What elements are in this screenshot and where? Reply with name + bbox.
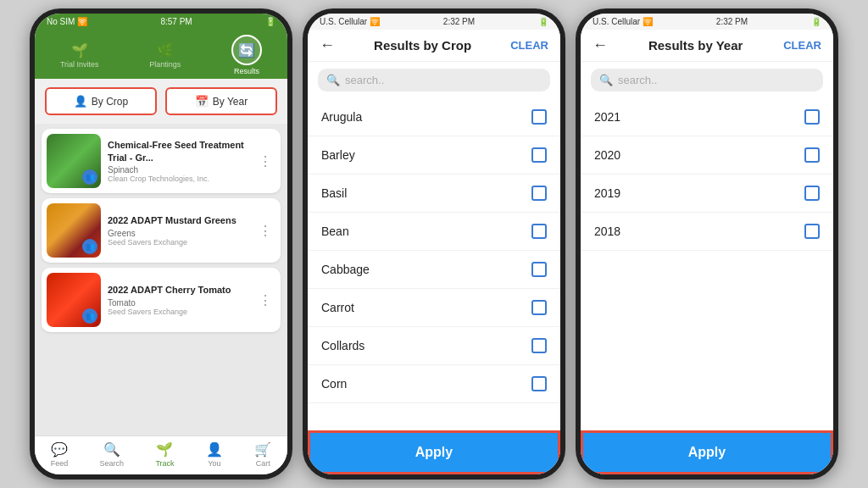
status-battery: 🔋: [265, 17, 275, 26]
back-button-year[interactable]: ←: [593, 36, 608, 54]
crop-item-checkbox[interactable]: [531, 109, 547, 125]
year-search-bar[interactable]: 🔍 search..: [591, 69, 823, 92]
crop-filter-item[interactable]: Basil: [308, 175, 560, 213]
crop-item-label: Barley: [321, 148, 355, 162]
trial-image-mustard: 👥: [47, 203, 101, 258]
tab-track[interactable]: 🌱 Track: [155, 441, 174, 468]
year-apply-button[interactable]: Apply: [581, 430, 833, 474]
by-crop-button[interactable]: 👤 By Crop: [45, 87, 157, 115]
trial-crop-3: Tomato: [108, 298, 248, 308]
trial-list: 👥 Chemical-Free Seed Treatment Trial - G…: [35, 124, 287, 435]
status-battery-3: 🔋: [811, 17, 821, 26]
clear-button-crop[interactable]: CLEAR: [510, 39, 548, 52]
status-time: 8:57 PM: [160, 17, 192, 26]
trial-user-badge-3: 👥: [82, 308, 97, 324]
more-options-3[interactable]: ⋮: [255, 292, 275, 308]
year-filter-item[interactable]: 2019: [581, 175, 833, 213]
crop-icon: 👤: [74, 95, 87, 108]
crop-filter-item[interactable]: Bean: [308, 213, 560, 251]
trial-org-2: Seed Savers Exchange: [108, 238, 248, 247]
year-item-checkbox[interactable]: [804, 224, 820, 239]
status-time-2: 2:32 PM: [443, 17, 475, 26]
crop-search-bar[interactable]: 🔍 search..: [318, 69, 550, 92]
trial-card-3[interactable]: 👥 2022 ADAPT Cherry Tomato Tomato Seed S…: [42, 268, 281, 332]
year-item-checkbox[interactable]: [804, 186, 820, 201]
tab-cart-label: Cart: [256, 459, 270, 468]
nav-results-label: Results: [234, 67, 259, 75]
nav-results[interactable]: 🔄 Results: [231, 35, 262, 75]
crop-item-checkbox[interactable]: [531, 376, 547, 391]
more-options-1[interactable]: ⋮: [255, 153, 275, 169]
nav-trial-invites[interactable]: 🌱 Trial Invites: [60, 42, 99, 69]
trial-crop-2: Greens: [108, 229, 248, 238]
crop-item-checkbox[interactable]: [531, 224, 547, 239]
year-filter-item[interactable]: 2021: [581, 98, 833, 136]
crop-item-checkbox[interactable]: [531, 300, 547, 315]
tab-feed[interactable]: 💬 Feed: [51, 441, 69, 468]
year-filter-item[interactable]: 2020: [581, 136, 833, 175]
trial-info-1: Chemical-Free Seed Treatment Trial - Gr.…: [108, 139, 248, 183]
status-time-3: 2:32 PM: [716, 17, 748, 26]
trial-user-badge-1: 👥: [82, 169, 97, 185]
track-icon: 🌱: [156, 441, 173, 458]
filter-title-year: Results by Year: [648, 38, 743, 53]
crop-item-label: Collards: [321, 339, 364, 352]
trial-card-1[interactable]: 👥 Chemical-Free Seed Treatment Trial - G…: [42, 129, 281, 193]
tab-search-label: Search: [100, 459, 125, 468]
plantings-icon: 🌿: [157, 42, 174, 58]
more-options-2[interactable]: ⋮: [255, 223, 275, 239]
crop-filter-item[interactable]: Barley: [308, 136, 560, 175]
trial-image-tomato: 👥: [47, 273, 101, 327]
tab-search[interactable]: 🔍 Search: [100, 441, 125, 468]
tab-you-label: You: [208, 459, 220, 468]
crop-apply-button[interactable]: Apply: [308, 430, 560, 474]
crop-item-checkbox[interactable]: [531, 147, 547, 163]
crop-filter-item[interactable]: Collards: [308, 327, 560, 365]
year-item-label: 2020: [594, 148, 620, 162]
crop-item-checkbox[interactable]: [531, 262, 547, 277]
tab-track-label: Track: [155, 459, 174, 468]
crop-filter-item[interactable]: Cabbage: [308, 251, 560, 289]
results-icon-circle: 🔄: [231, 35, 262, 65]
crop-filter-item[interactable]: Carrot: [308, 289, 560, 327]
filter-header-year: ← Results by Year CLEAR: [581, 30, 833, 62]
tab-you[interactable]: 👤 You: [206, 441, 223, 468]
crop-item-label: Arugula: [321, 110, 362, 124]
crop-item-checkbox[interactable]: [531, 338, 547, 353]
status-bar-3: U.S. Cellular 🛜 2:32 PM 🔋: [581, 14, 833, 30]
year-item-checkbox[interactable]: [804, 147, 820, 163]
crop-item-label: Basil: [321, 186, 347, 200]
cart-icon: 🛒: [254, 441, 271, 458]
trial-card-2[interactable]: 👥 2022 ADAPT Mustard Greens Greens Seed …: [42, 198, 281, 263]
status-carrier-3: U.S. Cellular 🛜: [593, 17, 653, 26]
status-bar-1: No SIM 🛜 8:57 PM 🔋: [35, 14, 287, 30]
crop-item-label: Cabbage: [321, 263, 370, 276]
crop-item-label: Bean: [321, 225, 349, 238]
crop-filter-list: ArugulaBarleyBasilBeanCabbageCarrotColla…: [308, 98, 560, 430]
clear-button-year[interactable]: CLEAR: [783, 39, 821, 52]
status-battery-2: 🔋: [538, 17, 548, 26]
crop-filter-item[interactable]: Arugula: [308, 98, 560, 136]
year-filter-item[interactable]: 2018: [581, 213, 833, 251]
by-year-button[interactable]: 📅 By Year: [165, 87, 277, 115]
year-search-icon: 🔍: [599, 74, 613, 86]
calendar-icon: 📅: [195, 95, 209, 108]
nav-bar: 🌱 Trial Invites 🌿 Plantings 🔄 Results: [35, 30, 287, 79]
crop-filter-item[interactable]: Corn: [308, 365, 560, 403]
nav-plantings-label: Plantings: [149, 60, 181, 69]
trial-info-3: 2022 ADAPT Cherry Tomato Tomato Seed Sav…: [108, 284, 248, 315]
crop-item-label: Corn: [321, 377, 347, 391]
year-filter-list: 2021202020192018: [581, 98, 833, 430]
year-item-label: 2021: [594, 110, 620, 124]
crop-item-checkbox[interactable]: [531, 186, 547, 201]
nav-plantings[interactable]: 🌿 Plantings: [149, 42, 181, 69]
year-item-checkbox[interactable]: [804, 109, 820, 125]
back-button-crop[interactable]: ←: [320, 36, 335, 54]
year-item-label: 2019: [594, 186, 620, 200]
by-crop-label: By Crop: [92, 96, 128, 108]
status-carrier-2: U.S. Cellular 🛜: [320, 17, 380, 26]
tab-cart[interactable]: 🛒 Cart: [254, 441, 271, 468]
crop-search-icon: 🔍: [326, 74, 340, 86]
trial-org-1: Clean Crop Technologies, Inc.: [108, 175, 248, 183]
crop-item-label: Carrot: [321, 301, 354, 314]
